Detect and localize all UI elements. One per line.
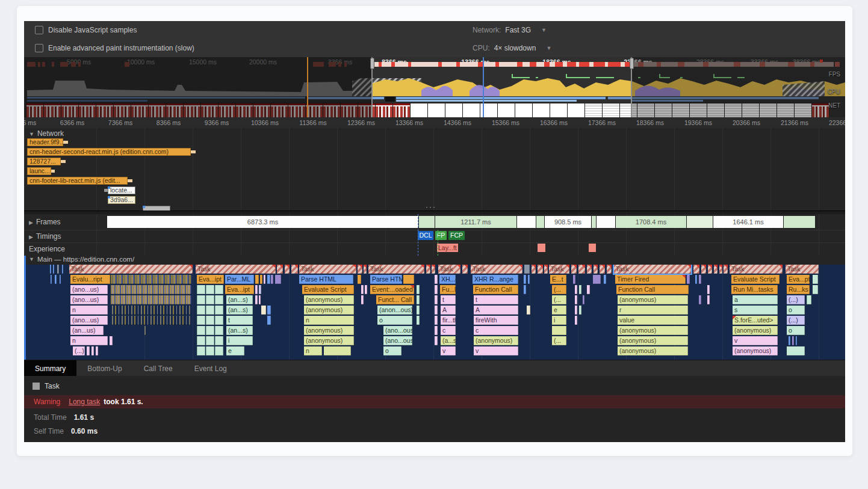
flame-bar[interactable] <box>57 265 59 274</box>
flame-bar[interactable] <box>87 346 90 355</box>
flame-bar[interactable] <box>215 346 223 355</box>
flame-bar-c[interactable]: c <box>441 326 456 335</box>
flame-bar--anonymous-[interactable]: (anonymous) <box>304 326 354 335</box>
flame-bar[interactable] <box>197 295 205 304</box>
flame-bar[interactable] <box>701 265 706 274</box>
filmstrip-thumbnail[interactable] <box>550 103 567 117</box>
network-throttle-select[interactable]: Fast 3G <box>505 26 531 34</box>
flame-bar-a[interactable]: A <box>441 306 456 315</box>
flame-bar--ano-ous-[interactable]: (ano...ous) <box>383 336 412 345</box>
flame-bar--ano-us-[interactable]: (ano...us) <box>70 295 108 304</box>
flame-bar--an-s-[interactable]: (an...s) <box>226 326 253 335</box>
filmstrip-thumbnail[interactable] <box>515 103 532 117</box>
flame-bar-v[interactable]: v <box>441 346 456 355</box>
flame-bar-s-fore-uted-[interactable]: S.forE...uted> <box>733 316 778 325</box>
frame-segment[interactable] <box>536 216 544 228</box>
flame-bar[interactable] <box>91 346 94 355</box>
flame-bar[interactable] <box>206 346 214 355</box>
flame-bar[interactable] <box>206 285 214 294</box>
frame-segment[interactable] <box>784 216 815 228</box>
flame-bar[interactable] <box>364 265 367 274</box>
flame-bar[interactable] <box>267 306 271 315</box>
frame-segment[interactable] <box>517 216 536 228</box>
flame-bar[interactable] <box>417 295 420 304</box>
flame-bar[interactable] <box>361 285 364 294</box>
flame-bar[interactable] <box>206 316 214 325</box>
flame-bar[interactable] <box>358 265 362 274</box>
flame-bar[interactable] <box>206 336 214 345</box>
network-request-bar[interactable] <box>143 206 170 211</box>
flame-bar[interactable] <box>277 265 283 274</box>
flame-bar-eva-ipt[interactable]: Eva...ipt <box>225 285 254 294</box>
flame-bar[interactable] <box>55 275 57 284</box>
flame-bar-evaluate-script[interactable]: Evaluate Script <box>731 275 780 284</box>
flame-bar[interactable] <box>527 306 530 315</box>
flame-bar[interactable] <box>813 275 818 284</box>
flame-bar-evalu-ript[interactable]: Evalu...ript <box>70 275 110 284</box>
flame-bar[interactable] <box>144 326 146 335</box>
flame-bar-o[interactable]: o <box>377 316 412 325</box>
advanced-paint-checkbox[interactable] <box>35 44 43 52</box>
tab-summary[interactable]: Summary <box>24 360 76 377</box>
flame-bar[interactable] <box>110 336 113 345</box>
flame-bar[interactable] <box>699 275 701 284</box>
flame-bar[interactable] <box>111 285 191 294</box>
flame-bar-task[interactable]: Task <box>368 265 424 274</box>
flame-bar[interactable] <box>587 285 590 294</box>
flame-bar[interactable] <box>575 306 577 315</box>
flame-bar[interactable] <box>261 306 266 315</box>
flame-bar--[interactable]: (...) <box>787 295 805 304</box>
filmstrip-thumbnail[interactable] <box>585 103 602 117</box>
flame-bar[interactable] <box>365 285 367 294</box>
flame-bar[interactable] <box>524 285 526 294</box>
network-request-bar[interactable]: 3d9a6... <box>108 196 135 204</box>
flame-bar-i[interactable]: i <box>226 336 253 345</box>
flame-bar[interactable] <box>361 295 364 304</box>
flame-bar[interactable] <box>255 295 258 304</box>
flame-bar-value[interactable]: value <box>618 316 688 325</box>
flame-bar[interactable] <box>206 295 214 304</box>
flame-bar--ano-us-[interactable]: (ano...us) <box>70 316 108 325</box>
chevron-down-icon[interactable]: ▼ <box>546 45 551 51</box>
flame-bar[interactable] <box>291 265 298 274</box>
flame-bar[interactable] <box>695 275 697 284</box>
flame-bar[interactable] <box>707 295 710 304</box>
flame-bar[interactable] <box>594 265 598 274</box>
flame-bar[interactable] <box>432 265 435 274</box>
filmstrip-thumbnail[interactable] <box>533 103 550 117</box>
filmstrip-thumbnail[interactable] <box>463 103 480 117</box>
frame-segment[interactable]: 908.5 ms <box>545 216 591 228</box>
collapse-triangle-icon[interactable]: ▶ <box>29 234 33 240</box>
flame-bar-timer-fired[interactable]: Timer Fired <box>615 275 686 284</box>
flame-bar--an-s-[interactable]: (an...s) <box>226 306 253 315</box>
flame-bar--anonymous-[interactable]: (anonymous) <box>618 336 688 345</box>
flame-bar-fu-ll[interactable]: Fu...ll <box>440 285 456 294</box>
flame-bar-xhr-r-ange[interactable]: XHR R...ange <box>473 275 518 284</box>
flame-bar-o[interactable]: o <box>383 346 401 355</box>
layout-shift-badge[interactable]: Lay...ft <box>437 244 458 252</box>
flame-bar[interactable] <box>792 336 794 345</box>
flame-bar-o[interactable]: o <box>787 306 805 315</box>
flame-bar[interactable] <box>215 285 223 294</box>
flame-bar[interactable] <box>206 326 214 335</box>
flame-bar[interactable] <box>259 295 261 304</box>
flame-bar[interactable] <box>719 265 722 274</box>
flame-bar[interactable] <box>796 336 797 345</box>
flame-bar[interactable] <box>789 336 790 345</box>
flame-bar-ru-ks[interactable]: Ru...ks <box>787 285 810 294</box>
flame-bar[interactable] <box>573 275 575 284</box>
flame-bar[interactable] <box>583 295 584 304</box>
flame-bar-par-ml[interactable]: Par...ML <box>225 275 254 284</box>
flame-bar-e-t[interactable]: E...t <box>550 275 566 284</box>
flame-bar--anonymous-[interactable]: (anonymous) <box>733 346 778 355</box>
flame-bar[interactable] <box>714 265 718 274</box>
flame-bar[interactable] <box>255 275 259 284</box>
flame-bar[interactable] <box>604 275 606 284</box>
flame-bar[interactable] <box>417 316 420 325</box>
network-track-header[interactable]: ▼Network <box>29 129 64 138</box>
flame-bar[interactable] <box>112 316 190 325</box>
flame-bar[interactable] <box>215 326 223 335</box>
flame-bar[interactable] <box>575 316 577 325</box>
flame-bar[interactable] <box>435 316 438 325</box>
flame-bar-firewith[interactable]: fireWith <box>474 316 518 325</box>
